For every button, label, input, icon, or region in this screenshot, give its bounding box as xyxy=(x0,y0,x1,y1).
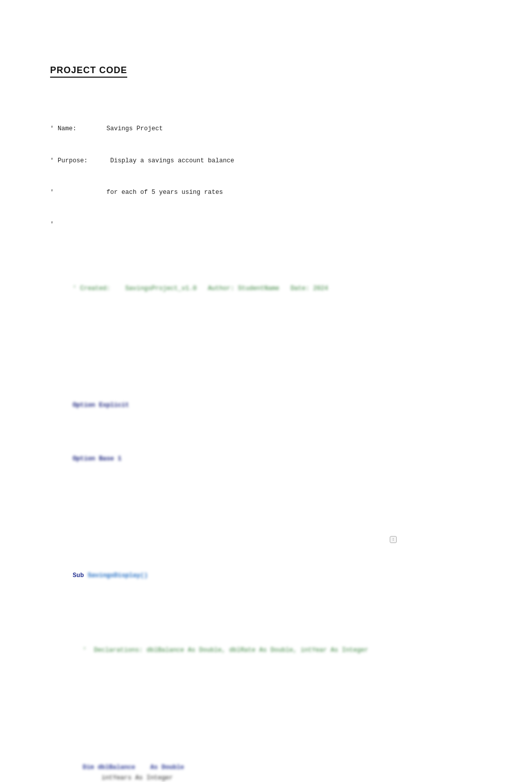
code-block: ' Name: Savings Project ' Purpose: Displ… xyxy=(50,92,532,782)
comment-created-line: ' Created: SavingsProject_v1.0 Author: S… xyxy=(50,273,532,305)
comment-name-line: ' Name: Savings Project xyxy=(50,124,532,134)
comment-declarations-section: ' Declarations: dblBalance As Double, db… xyxy=(60,635,532,667)
declarations-keyword2: Option Base 1 xyxy=(73,455,122,462)
dim-rest-1: intYears As Integer xyxy=(83,774,173,781)
sub-name: SavingsDisplay() xyxy=(88,572,148,579)
dim-keyword-1: Dim dblBalance As Double xyxy=(83,764,184,771)
scrollbar-indicator[interactable]: ↕ xyxy=(390,536,397,543)
blank-line-3 xyxy=(50,698,532,709)
blank-line-2 xyxy=(50,507,532,517)
dim-statement-1: Dim dblBalance As Double intYears As Int… xyxy=(60,752,532,783)
comment-purpose-cont-line: ' for each of 5 years using rates xyxy=(50,187,532,198)
comment-declarations-text: ' Declarations: dblBalance As Double, db… xyxy=(83,647,368,654)
comment-blank-line: ' xyxy=(50,219,532,230)
purpose-value: Display a savings account balance xyxy=(110,157,234,164)
purpose-label: ' Purpose: xyxy=(50,157,88,164)
name-value: Savings Project xyxy=(107,125,163,132)
name-label: ' Name: xyxy=(50,125,77,132)
declarations-keyword: Option Explicit xyxy=(73,402,129,409)
created-comment: ' Created: SavingsProject_v1.0 Author: S… xyxy=(73,285,328,292)
page-title: PROJECT CODE xyxy=(50,65,127,78)
purpose-continuation: for each of 5 years using rates xyxy=(107,189,223,196)
sub-declaration: Sub SavingsDisplay() xyxy=(50,560,532,592)
declarations-block-2: Option Base 1 xyxy=(50,443,532,475)
blank-line-1 xyxy=(50,337,532,347)
page-container: PROJECT CODE ' Name: Savings Project ' P… xyxy=(0,0,532,782)
declarations-block: Option Explicit xyxy=(50,390,532,422)
sub-keyword: Sub xyxy=(73,572,88,579)
comment-purpose-line: ' Purpose: Display a savings account bal… xyxy=(50,156,532,166)
